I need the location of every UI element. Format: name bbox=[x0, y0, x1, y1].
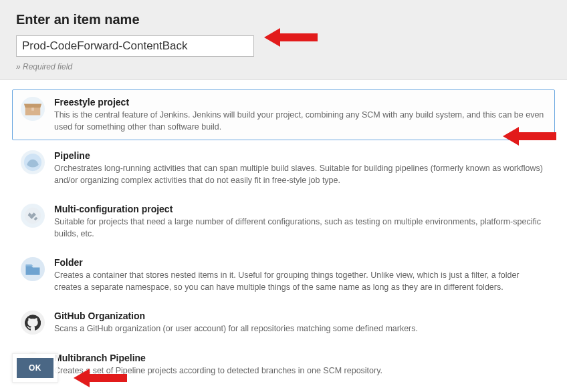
option-desc: Creates a set of Pipeline projects accor… bbox=[54, 365, 546, 377]
required-field-note: » Required field bbox=[16, 62, 551, 71]
option-desc: Creates a container that stores nested i… bbox=[54, 270, 546, 293]
github-icon bbox=[21, 311, 45, 335]
footer-bar: OK bbox=[12, 353, 58, 383]
page-title: Enter an item name bbox=[16, 12, 551, 27]
option-multibranch[interactable]: Multibranch Pipeline Creates a set of Pi… bbox=[12, 345, 555, 385]
option-folder[interactable]: Folder Creates a container that stores n… bbox=[12, 250, 555, 301]
option-desc: This is the central feature of Jenkins. … bbox=[54, 110, 546, 133]
option-desc: Scans a GitHub organization (or user acc… bbox=[54, 323, 546, 335]
new-item-header: Enter an item name » Required field bbox=[0, 0, 567, 80]
folder-icon bbox=[21, 257, 45, 281]
option-pipeline[interactable]: Pipeline Orchestrates long-running activ… bbox=[12, 143, 555, 194]
option-githuborg[interactable]: GitHub Organization Scans a GitHub organ… bbox=[12, 303, 555, 343]
wrench-icon bbox=[21, 204, 45, 228]
option-freestyle[interactable]: Freestyle project This is the central fe… bbox=[12, 89, 555, 140]
option-desc: Orchestrates long-running activities tha… bbox=[54, 163, 546, 186]
option-desc: Suitable for projects that need a large … bbox=[54, 216, 546, 240]
option-title: Multibranch Pipeline bbox=[54, 353, 546, 363]
item-name-input[interactable] bbox=[16, 35, 254, 57]
option-title: Freestyle project bbox=[54, 97, 546, 108]
option-title: GitHub Organization bbox=[54, 311, 546, 321]
option-title: Pipeline bbox=[54, 150, 546, 161]
item-type-list: Freestyle project This is the central fe… bbox=[0, 80, 567, 384]
box-icon bbox=[21, 97, 45, 121]
option-title: Folder bbox=[54, 257, 546, 268]
option-title: Multi-configuration project bbox=[54, 204, 546, 214]
option-multiconfig[interactable]: Multi-configuration project Suitable for… bbox=[12, 196, 555, 247]
ok-button[interactable]: OK bbox=[17, 358, 53, 378]
pipeline-icon bbox=[21, 150, 45, 174]
